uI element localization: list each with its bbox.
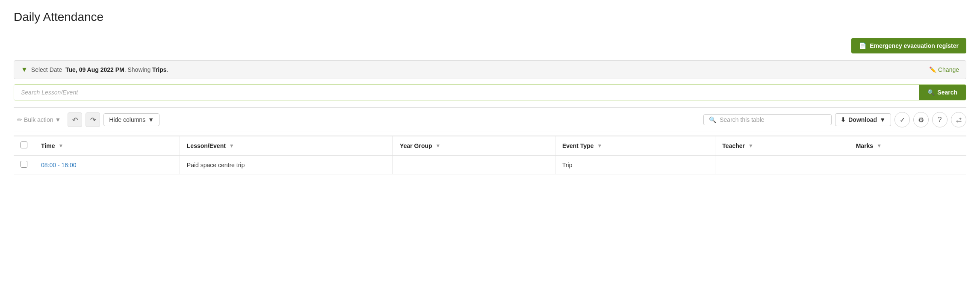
filter-prefix: Select Date [31, 66, 62, 73]
table-row: 08:00 - 16:00 Paid space centre trip Tri… [14, 155, 966, 174]
sort-marks-icon[interactable]: ▼ [877, 143, 882, 149]
sort-teacher-icon[interactable]: ▼ [748, 143, 753, 149]
row-time-link[interactable]: 08:00 - 16:00 [41, 162, 77, 168]
bulk-action-button[interactable]: ✏ Bulk action ▼ [14, 114, 64, 126]
filter-showing: Trips [152, 66, 166, 73]
lesson-search-bar: 🔍 Search [14, 84, 966, 100]
sort-year-group-icon[interactable]: ▼ [436, 143, 441, 149]
col-header-time: Time ▼ [34, 136, 180, 155]
dropdown-icon: ▼ [148, 116, 154, 123]
row-year-group-cell [393, 155, 555, 174]
chevron-down-icon: ▼ [55, 116, 61, 123]
settings-button[interactable]: ⚙ [913, 112, 929, 127]
row-checkbox[interactable] [21, 161, 27, 168]
pencil-icon-small: ✏ [17, 116, 22, 123]
col-event-type-label: Event Type [562, 142, 594, 149]
undo-button[interactable]: ↶ [68, 112, 82, 127]
col-time-label: Time [41, 142, 55, 149]
filter-date: Tue, 09 Aug 2022 PM [65, 66, 124, 73]
filter-text: Select Date Tue, 09 Aug 2022 PM. Showing… [31, 66, 168, 73]
filter-bar: ▼ Select Date Tue, 09 Aug 2022 PM. Showi… [14, 60, 966, 79]
pencil-icon: ✏️ [929, 66, 936, 73]
toolbar: ✏ Bulk action ▼ ↶ ↷ Hide columns ▼ 🔍 ⬇ D… [14, 107, 966, 132]
filter-info: ▼ Select Date Tue, 09 Aug 2022 PM. Showi… [21, 66, 168, 74]
emergency-evacuation-button[interactable]: 📄 Emergency evacuation register [851, 38, 966, 53]
row-lesson-cell: Paid space centre trip [180, 155, 393, 174]
expand-button[interactable]: ⥄ [951, 112, 966, 127]
data-table: Time ▼ Lesson/Event ▼ Year Group ▼ [14, 136, 966, 174]
table-search-wrapper: 🔍 [703, 114, 832, 125]
table-header-row: Time ▼ Lesson/Event ▼ Year Group ▼ [14, 136, 966, 155]
sort-time-icon[interactable]: ▼ [58, 143, 63, 149]
search-icon-table: 🔍 [709, 116, 716, 123]
question-icon: ? [938, 116, 942, 124]
download-icon: ⬇ [841, 116, 846, 123]
redo-icon: ↷ [90, 116, 96, 124]
col-teacher-label: Teacher [722, 142, 745, 149]
checkmark-button[interactable]: ✓ [894, 112, 910, 127]
col-lesson-label: Lesson/Event [187, 142, 226, 149]
col-header-year-group: Year Group ▼ [393, 136, 555, 155]
title-divider [14, 31, 966, 31]
gear-icon: ⚙ [918, 116, 924, 124]
hide-columns-label: Hide columns [109, 116, 145, 123]
lesson-search-input[interactable] [14, 85, 919, 100]
undo-icon: ↶ [72, 116, 78, 124]
download-chevron-icon: ▼ [880, 116, 886, 123]
table-search-input[interactable] [720, 116, 805, 123]
col-marks-label: Marks [856, 142, 873, 149]
document-icon: 📄 [859, 42, 866, 49]
row-checkbox-cell [14, 155, 34, 174]
row-time-cell: 08:00 - 16:00 [34, 155, 180, 174]
filter-period: . [167, 66, 168, 73]
page-container: Daily Attendance 📄 Emergency evacuation … [0, 0, 980, 185]
search-icon: 🔍 [927, 89, 935, 96]
col-header-event-type: Event Type ▼ [555, 136, 715, 155]
col-header-marks: Marks ▼ [849, 136, 966, 155]
bulk-action-label: Bulk action [24, 116, 53, 123]
row-event-type-cell: Trip [555, 155, 715, 174]
expand-icon: ⥄ [956, 116, 962, 124]
emergency-btn-label: Emergency evacuation register [870, 42, 959, 49]
help-button[interactable]: ? [932, 112, 948, 127]
change-link[interactable]: ✏️ Change [929, 66, 959, 73]
page-title: Daily Attendance [14, 10, 966, 24]
row-teacher-cell [715, 155, 849, 174]
row-marks-cell [849, 155, 966, 174]
col-header-teacher: Teacher ▼ [715, 136, 849, 155]
lesson-search-btn-label: Search [937, 89, 957, 96]
redo-button[interactable]: ↷ [86, 112, 100, 127]
sort-lesson-icon[interactable]: ▼ [229, 143, 234, 149]
filter-suffix: . Showing [124, 66, 151, 73]
sort-event-type-icon[interactable]: ▼ [597, 143, 602, 149]
col-header-lesson: Lesson/Event ▼ [180, 136, 393, 155]
download-label: Download [848, 116, 877, 123]
download-button[interactable]: ⬇ Download ▼ [835, 113, 891, 126]
select-all-header [14, 136, 34, 155]
checkmark-icon: ✓ [900, 116, 905, 124]
col-year-group-label: Year Group [400, 142, 432, 149]
select-all-checkbox[interactable] [21, 142, 27, 148]
top-bar: 📄 Emergency evacuation register [14, 38, 966, 53]
lesson-search-button[interactable]: 🔍 Search [919, 85, 966, 100]
change-label: Change [938, 66, 959, 73]
filter-icon: ▼ [21, 66, 28, 74]
hide-columns-button[interactable]: Hide columns ▼ [103, 113, 159, 126]
